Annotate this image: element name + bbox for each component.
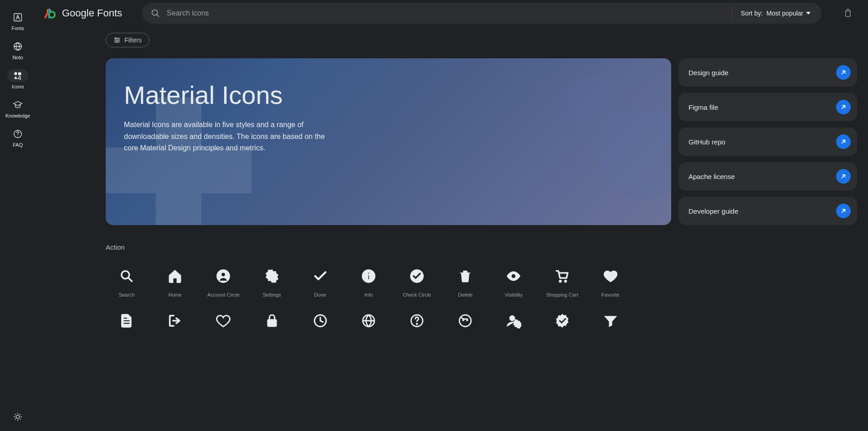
icon-label: Done (314, 292, 326, 298)
icon-label: Visibility (505, 292, 523, 298)
sidebar-item-icons[interactable]: Icons (7, 69, 28, 89)
shopping_cart-icon (555, 268, 570, 284)
icon-home[interactable]: Home (154, 264, 196, 302)
icon-language[interactable] (348, 308, 390, 341)
icon-label: Search (119, 292, 135, 298)
icon-info[interactable]: Info (348, 264, 390, 302)
icon-visibility[interactable]: Visibility (493, 264, 534, 302)
icon-logout[interactable] (154, 308, 196, 341)
icon-label: Info (365, 292, 373, 298)
icon-help_outline[interactable] (396, 308, 438, 341)
home-icon (167, 268, 183, 284)
svg-point-22 (564, 280, 566, 282)
favorite_border-icon (216, 313, 231, 328)
sidebar-label: Icons (12, 84, 24, 89)
svg-rect-3 (18, 72, 21, 75)
icon-label: Settings (263, 292, 281, 298)
search-input[interactable] (160, 9, 732, 17)
delete-icon (457, 268, 473, 284)
sidebar-label: Fonts (11, 26, 24, 31)
filter_alt-icon (603, 313, 618, 328)
icon-description[interactable] (106, 308, 148, 341)
link-label: Apache license (688, 173, 735, 180)
sidebar-item-fonts[interactable]: Fonts (7, 11, 28, 31)
icon-lock[interactable] (251, 308, 293, 341)
icon-check_circle[interactable]: Check Circle (396, 264, 438, 302)
sort-dropdown[interactable]: Sort by: Most popular (732, 10, 820, 17)
icon-verified[interactable] (541, 308, 583, 341)
chevron-down-icon (806, 12, 811, 15)
icon-favorite[interactable]: Favorite (590, 264, 632, 302)
link-card-design-guide[interactable]: Design guide (678, 58, 857, 87)
filters-label: Filters (124, 36, 142, 44)
svg-rect-17 (368, 275, 369, 280)
search-icon (150, 8, 160, 18)
info-icon (361, 268, 376, 284)
icon-manage_accounts[interactable] (493, 308, 534, 341)
arrow-outward-icon (836, 169, 851, 184)
link-card-developer-guide[interactable]: Developer guide (678, 197, 857, 225)
link-card-apache-license[interactable]: Apache license (678, 162, 857, 190)
help_outline-icon (409, 313, 425, 328)
favorite-icon (603, 268, 618, 284)
account_circle-icon (216, 268, 231, 284)
google-fonts-mark-icon (44, 7, 56, 19)
icon-favorite_border[interactable] (202, 308, 244, 341)
icon-delete[interactable]: Delete (444, 264, 486, 302)
visibility-icon (506, 268, 521, 284)
face-icon (457, 313, 473, 328)
svg-point-5 (16, 415, 19, 418)
icon-settings[interactable]: Settings (251, 264, 293, 302)
globe-icon (7, 40, 28, 53)
lock-icon (264, 313, 280, 328)
svg-point-18 (368, 272, 370, 274)
sort-value: Most popular (766, 10, 803, 17)
arrow-outward-icon (836, 204, 851, 218)
icon-face[interactable] (444, 308, 486, 341)
arrow-outward-icon (836, 134, 851, 149)
icon-label: Favorite (601, 292, 620, 298)
icon-label: Account Circle (207, 292, 240, 298)
logo[interactable]: Google Fonts (44, 7, 122, 19)
icon-shopping_cart[interactable]: Shopping Cart (541, 264, 583, 302)
theme-toggle[interactable] (13, 412, 23, 424)
link-label: Design guide (688, 69, 729, 77)
svg-point-14 (221, 272, 226, 277)
filters-chip[interactable]: Filters (106, 33, 149, 47)
svg-point-31 (510, 316, 515, 321)
svg-point-27 (416, 323, 417, 324)
logo-text: Google Fonts (62, 7, 122, 19)
hero-card: Material Icons Material Icons are availa… (106, 58, 671, 225)
font-a-icon (7, 11, 28, 24)
icon-schedule[interactable] (299, 308, 341, 341)
link-card-figma-file[interactable]: Figma file (678, 93, 857, 121)
search-icon (119, 268, 134, 284)
shapes-icon (7, 69, 28, 82)
icon-done[interactable]: Done (299, 264, 341, 302)
icon-label: Delete (458, 292, 473, 298)
sidebar-item-faq[interactable]: FAQ (7, 128, 28, 148)
topbar: Google Fonts Sort by: Most popular (36, 0, 868, 26)
icon-filter_alt[interactable] (590, 308, 632, 341)
svg-point-7 (49, 12, 55, 18)
sort-prefix: Sort by: (741, 10, 763, 17)
hero-description: Material Icons are available in five sty… (124, 119, 334, 154)
schedule-icon (313, 313, 328, 328)
sidebar-label: FAQ (13, 142, 23, 148)
tune-icon (113, 36, 121, 44)
description-icon (119, 313, 134, 328)
shopping-bag-button[interactable] (839, 4, 857, 22)
sidebar-item-knowledge[interactable]: Knowledge (5, 98, 30, 118)
hero-title: Material Icons (124, 80, 653, 110)
icon-account_circle[interactable]: Account Circle (202, 264, 244, 302)
help-circle-icon (7, 128, 28, 140)
arrow-outward-icon (836, 100, 851, 114)
icon-label: Check Circle (403, 292, 431, 298)
done-icon (313, 268, 328, 284)
svg-point-10 (118, 40, 119, 41)
search-bar: Sort by: Most popular (142, 3, 822, 24)
arrow-outward-icon (836, 65, 851, 80)
sidebar-item-noto[interactable]: Noto (7, 40, 28, 60)
icon-search[interactable]: Search (106, 264, 148, 302)
link-card-github-repo[interactable]: GitHub repo (678, 128, 857, 156)
